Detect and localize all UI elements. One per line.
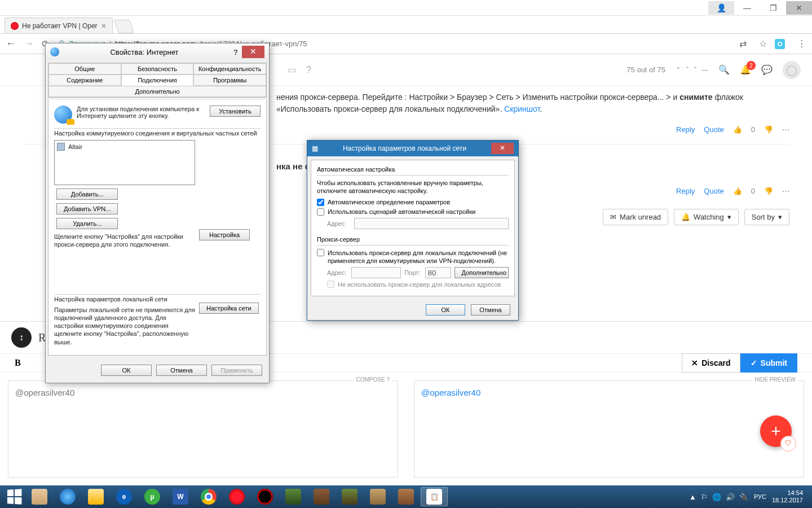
reply-link-2[interactable]: Reply (676, 187, 695, 195)
preview-mention[interactable]: @operasilver40 (421, 388, 480, 397)
taskbar-app-10[interactable] (280, 487, 307, 506)
pager-down-icon[interactable]: ˅ (694, 66, 697, 74)
reply-link[interactable]: Reply (676, 125, 695, 134)
use-script-checkbox[interactable] (317, 208, 324, 216)
pager-first-icon[interactable]: ⌃ (676, 66, 681, 74)
preview-label[interactable]: HIDE PREVIEW (752, 376, 798, 383)
mark-unread-button[interactable]: ✉Mark unread (603, 209, 668, 225)
add-vpn-button[interactable]: Добавить VPN... (56, 203, 118, 214)
tab-privacy[interactable]: Конфиденциальность (193, 63, 266, 75)
lan-cancel-button[interactable]: Отмена (471, 304, 510, 316)
book-icon[interactable]: ▭ (288, 64, 296, 75)
browser-tab[interactable]: Не работает VPN | Oper ✕ (5, 17, 113, 33)
tab-close-icon[interactable]: ✕ (101, 22, 107, 30)
pager-up-icon[interactable]: ˄ (686, 66, 689, 74)
proxy-port-input[interactable] (425, 267, 451, 278)
taskbar-app-11[interactable] (308, 487, 335, 506)
shield-icon[interactable]: ⛉ (780, 436, 796, 452)
add-button[interactable]: Добавить... (56, 189, 118, 200)
tab-programs[interactable]: Программы (193, 75, 266, 86)
discard-button[interactable]: ✕Discard (682, 353, 740, 373)
lan-dialog-close-button[interactable]: ✕ (491, 143, 514, 154)
dialog-help-icon[interactable]: ? (230, 48, 242, 56)
taskbar-winrar[interactable] (392, 487, 420, 506)
cancel-button[interactable]: Отмена (156, 365, 207, 376)
opera-extension-icon[interactable]: O (775, 39, 785, 49)
taskbar-app-13[interactable] (364, 487, 391, 506)
tab-advanced[interactable]: Дополнительно (48, 86, 266, 97)
watching-button[interactable]: 🔔Watching▾ (674, 209, 739, 225)
submit-button[interactable]: ✓Submit (740, 353, 797, 373)
downvote-icon-2[interactable]: 👎 (764, 187, 773, 195)
taskbar-word[interactable]: W (167, 487, 194, 506)
taskbar-active-app[interactable]: 📋 (421, 487, 448, 506)
quote-link[interactable]: Quote (704, 125, 723, 134)
ok-button[interactable]: ОК (101, 365, 152, 376)
taskbar-app-9[interactable] (251, 487, 279, 506)
tray-network-icon[interactable]: 🌐 (712, 493, 721, 501)
connection-item[interactable]: Altair (57, 143, 192, 151)
proxy-address-input[interactable] (351, 267, 401, 278)
sort-by-button[interactable]: Sort by▾ (744, 209, 789, 225)
proxy-advanced-button[interactable]: Дополнительно (454, 267, 509, 278)
tray-icons[interactable]: ▲ ⚐ 🌐 🔊 🔌 (689, 493, 748, 501)
taskbar-opera[interactable] (223, 487, 250, 506)
lan-dialog-titlebar[interactable]: ▦ Настройка параметров локальной сети ✕ (307, 141, 518, 156)
quote-link-2[interactable]: Quote (704, 187, 723, 195)
tray-overflow-icon[interactable]: ▲ (689, 493, 696, 501)
apply-button[interactable]: Применить (211, 365, 262, 376)
nav-forward-button[interactable]: → (24, 38, 34, 50)
pager-arrows[interactable]: ⌃ ˄ ˅ — (676, 66, 708, 74)
screenshot-link[interactable]: Скриншот (504, 104, 540, 113)
bookmark-star-icon[interactable]: ☆ (759, 38, 767, 49)
notifications-button[interactable]: 🔔 2 (740, 64, 751, 75)
taskbar-ie[interactable] (54, 487, 81, 506)
lan-settings-button[interactable]: Настройка сети (199, 303, 259, 314)
taskbar-minecraft[interactable] (336, 487, 363, 506)
chat-icon[interactable]: 💬 (761, 64, 773, 75)
downvote-icon[interactable]: 👎 (764, 125, 773, 134)
pager-last-icon[interactable]: — (701, 66, 708, 74)
help-icon[interactable]: ? (306, 65, 311, 75)
nav-back-button[interactable]: ← (6, 38, 16, 50)
bypass-local-checkbox[interactable] (327, 281, 334, 288)
use-proxy-checkbox[interactable] (317, 249, 324, 256)
upvote-icon[interactable]: 👍 (733, 125, 742, 134)
tray-power-icon[interactable]: 🔌 (739, 493, 748, 501)
tab-security[interactable]: Безопасность (121, 63, 194, 75)
window-close-button[interactable]: ✕ (786, 1, 812, 15)
upvote-icon-2[interactable]: 👍 (733, 187, 742, 195)
dialog-close-button[interactable]: ✕ (242, 46, 264, 58)
settings-button[interactable]: Настройка (199, 229, 250, 240)
lan-ok-button[interactable]: ОК (426, 304, 465, 316)
window-user-button[interactable]: 👤 (708, 1, 734, 15)
compose-pane[interactable]: COMPOSE ? @operasilver40 (8, 380, 398, 478)
browser-menu-icon[interactable]: ⋮ (797, 38, 806, 49)
dialog-titlebar[interactable]: Свойства: Интернет ? ✕ (46, 43, 269, 60)
clock[interactable]: 14:54 18.12.2017 (772, 489, 803, 504)
install-button[interactable]: Установить (210, 106, 261, 117)
bold-button[interactable]: B (15, 358, 21, 368)
user-avatar[interactable]: ◯ (783, 61, 801, 79)
search-icon[interactable]: 🔍 (718, 64, 730, 75)
tab-general[interactable]: Общие (48, 63, 121, 75)
tab-connections[interactable]: Подключения (121, 75, 194, 86)
translate-icon[interactable]: ⇄ (739, 38, 747, 49)
more-icon-2[interactable]: ⋯ (782, 187, 789, 195)
taskbar-explorer[interactable] (82, 487, 109, 506)
new-tab-button[interactable] (114, 20, 134, 33)
tab-content[interactable]: Содержание (48, 75, 121, 86)
language-indicator[interactable]: РУС (754, 493, 766, 500)
taskbar-utorrent[interactable]: µ (139, 487, 166, 506)
connections-list[interactable]: Altair (54, 140, 195, 185)
auto-detect-checkbox[interactable] (317, 199, 324, 206)
script-address-input[interactable] (354, 218, 509, 229)
tray-flag-icon[interactable]: ⚐ (701, 493, 708, 501)
taskbar-app-1[interactable] (26, 487, 53, 506)
taskbar-edge[interactable]: e (111, 487, 138, 506)
window-maximize-button[interactable]: ❐ (760, 1, 786, 15)
taskbar-chrome[interactable] (195, 487, 222, 506)
more-icon[interactable]: ⋯ (782, 125, 789, 134)
pager-label[interactable]: 75 out of 75 (626, 65, 665, 74)
tray-volume-icon[interactable]: 🔊 (726, 493, 735, 501)
